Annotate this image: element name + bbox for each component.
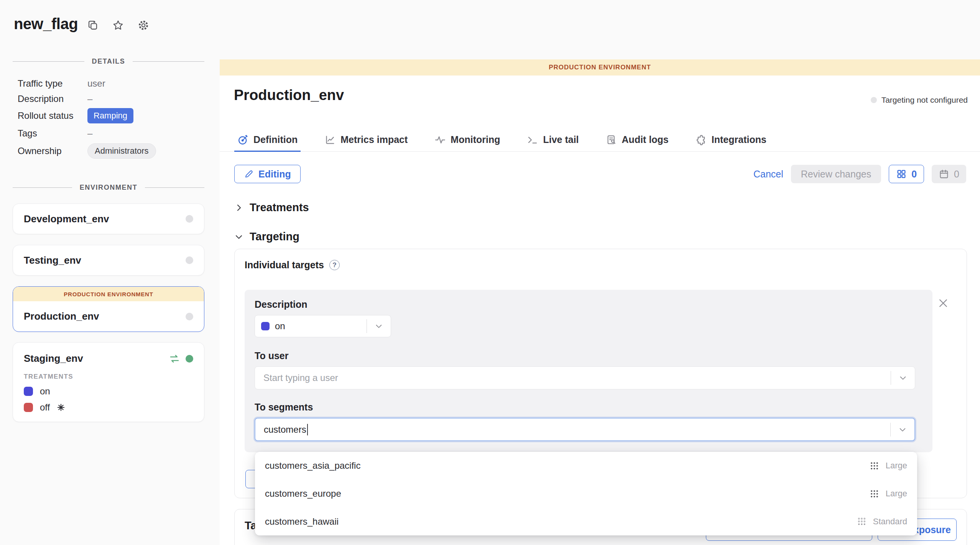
star-icon[interactable] [112,19,124,31]
env-status-dot [186,215,193,223]
to-user-label: To user [255,350,288,361]
environment-list: Development_env Testing_env PRODUCTION E… [13,204,204,422]
section-title: Treatments [250,201,309,214]
segment-size-label: Large [886,489,907,499]
text-caret [307,424,308,435]
changes-counter-button[interactable]: 0 [889,165,924,183]
env-status-dot [186,256,193,264]
pencil-icon [244,169,254,179]
target-pencil-icon [237,134,249,146]
details-list: Traffic type user Description – Rollout … [18,76,204,160]
segment-size-grid-icon [869,461,880,471]
section-targeting[interactable]: Targeting [234,230,299,243]
schedule-counter-button[interactable]: 0 [932,165,966,183]
segment-name: customers_asia_pacific [265,460,360,471]
detail-value: – [87,94,92,104]
to-segments-value: customers [264,424,306,435]
calendar-icon [939,169,949,179]
env-card-production[interactable]: PRODUCTION ENVIRONMENT Production_env [13,286,204,332]
segment-option-europe[interactable]: customers_europe Large [255,480,917,508]
copy-icon[interactable] [87,19,99,31]
env-card-testing[interactable]: Testing_env [13,245,204,276]
detail-row-traffic-type: Traffic type user [18,76,204,91]
puzzle-icon [696,134,707,146]
treatment-row-on: on [24,386,193,397]
flag-title-actions [87,19,150,31]
segment-name: customers_europe [265,488,341,499]
document-search-icon [606,134,617,146]
editing-button[interactable]: Editing [234,165,301,183]
tab-integrations[interactable]: Integrations [692,128,770,151]
tab-live-tail[interactable]: Live tail [524,128,582,151]
treatment-name: on [40,386,50,397]
limit-exposure-label-fragment: xposure [914,524,951,535]
treatment-off-swatch [24,403,33,412]
tab-label: Audit logs [622,134,669,145]
segment-size-grid-icon [869,489,880,499]
to-segments-input[interactable]: customers [255,418,915,441]
section-title: Targeting [250,230,299,243]
tab-label: Metrics impact [340,134,408,145]
tab-metrics-impact[interactable]: Metrics impact [321,128,411,151]
to-segments-label: To segments [255,402,313,413]
treatment-select-value: on [275,321,285,332]
to-user-input[interactable]: Start typing a user [255,366,915,389]
env-card-development[interactable]: Development_env [13,204,204,234]
individual-target-card: Description on To user Start typing a us… [245,290,932,452]
env-status-dot [186,313,193,320]
detail-row-description: Description – [18,91,204,107]
cancel-button[interactable]: Cancel [753,169,783,180]
individual-targets-heading: Individual targets ? [245,259,340,271]
treatment-select[interactable]: on [255,315,391,337]
detail-row-tags: Tags – [18,125,204,142]
chevron-down-icon[interactable] [375,322,383,330]
detail-label: Description [18,94,87,104]
detail-value: – [87,128,92,139]
tab-label: Integrations [712,134,766,145]
edit-toolbar: Editing Cancel Review changes 0 0 [234,165,966,183]
help-icon[interactable]: ? [329,260,340,270]
section-treatments[interactable]: Treatments [234,201,309,214]
tab-label: Monitoring [451,134,500,145]
tab-label: Live tail [543,134,579,145]
status-text: Targeting not configured [881,95,968,105]
environment-divider: ENVIRONMENT [13,184,204,192]
grid-icon [896,169,907,179]
chevron-down-icon [234,232,243,241]
tab-monitoring[interactable]: Monitoring [431,128,503,151]
tab-label: Definition [253,134,298,145]
terminal-icon [527,134,538,146]
close-icon[interactable] [937,297,949,309]
tab-definition[interactable]: Definition [234,128,301,151]
detail-label: Traffic type [18,78,87,89]
swap-arrows-icon [169,353,180,364]
line-chart-icon [324,134,336,146]
chevron-down-icon[interactable] [898,425,907,434]
env-name: Development_env [24,213,109,225]
treatments-heading: TREATMENTS [24,373,193,381]
segment-option-asia-pacific[interactable]: customers_asia_pacific Large [255,452,917,480]
status-dot [871,97,877,103]
segment-option-hawaii[interactable]: customers_hawaii Standard [255,507,917,535]
individual-targets-title: Individual targets [245,259,324,271]
changes-count: 0 [911,169,917,180]
env-name: Staging_env [24,353,83,364]
tab-bar: Definition Metrics impact Monitoring Liv… [220,128,980,152]
tab-audit-logs[interactable]: Audit logs [603,128,672,151]
ownership-pill[interactable]: Administrators [87,143,156,159]
detail-label: Tags [18,128,87,139]
main-content: Production_env Targeting not configured … [220,76,980,545]
description-label: Description [255,299,307,310]
env-name: Production_env [24,310,99,322]
review-changes-button[interactable]: Review changes [791,165,881,183]
gear-icon[interactable] [137,19,150,31]
chevron-right-icon [234,203,243,212]
chevron-down-icon[interactable] [899,374,907,382]
env-card-staging[interactable]: Staging_env TREATMENTS on off [13,342,204,422]
targeting-status: Targeting not configured [871,95,968,105]
segment-name: customers_hawaii [265,516,339,527]
editing-label: Editing [258,169,291,180]
treatment-name: off [40,402,50,413]
detail-value: user [87,78,105,89]
segment-size-grid-icon-standard [857,516,867,527]
